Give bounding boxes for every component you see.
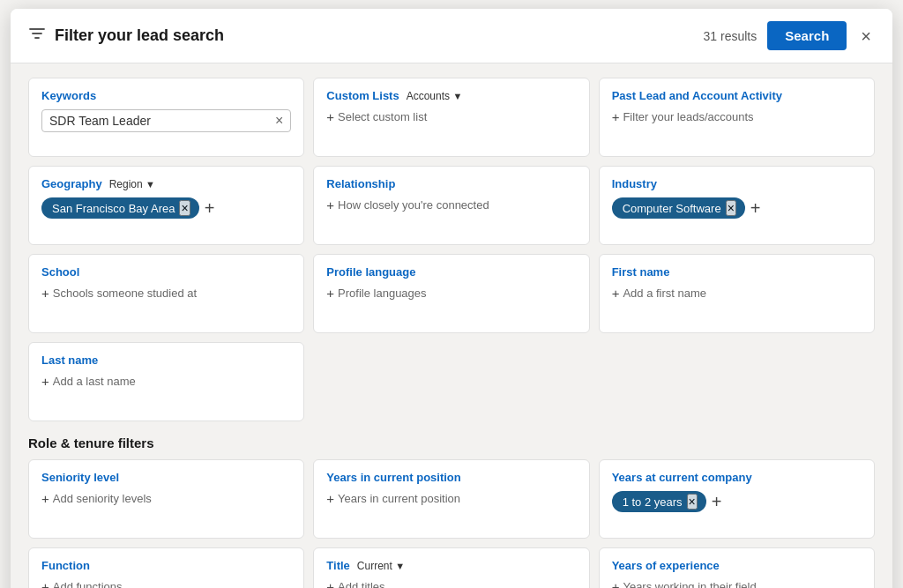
close-button[interactable]: × bbox=[857, 24, 875, 48]
modal-title: Filter your lead search bbox=[55, 26, 224, 45]
filter-modal: Filter your lead search 31 results Searc… bbox=[11, 9, 892, 588]
modal-header: Filter your lead search 31 results Searc… bbox=[11, 9, 892, 63]
function-placeholder[interactable]: + Add functions bbox=[41, 579, 123, 588]
relationship-label: Relationship bbox=[326, 177, 576, 190]
top-filter-grid: Keywords × Custom Lists Accounts ▼ + bbox=[28, 78, 875, 421]
profile-language-label: Profile language bbox=[326, 265, 576, 279]
header-left: Filter your lead search bbox=[28, 25, 224, 47]
past-lead-placeholder[interactable]: + Filter your leads/accounts bbox=[612, 109, 754, 124]
past-lead-card: Past Lead and Account Activity + Filter … bbox=[599, 78, 875, 157]
geography-dropdown[interactable]: Region ▼ bbox=[109, 178, 155, 190]
modal-body: Keywords × Custom Lists Accounts ▼ + bbox=[11, 63, 892, 588]
years-experience-label: Years of experience bbox=[612, 559, 862, 572]
title-placeholder[interactable]: + Add titles bbox=[326, 579, 384, 588]
header-right: 31 results Search × bbox=[704, 21, 875, 50]
school-card: School + Schools someone studied at bbox=[28, 254, 304, 333]
last-name-plus-icon: + bbox=[41, 374, 49, 389]
title-card: Title Current ▼ + Add titles bbox=[313, 547, 589, 588]
custom-lists-label: Custom Lists Accounts ▼ bbox=[326, 89, 576, 102]
geography-tag: San Francisco Bay Area × bbox=[41, 197, 199, 219]
title-content: + Add titles bbox=[326, 579, 576, 588]
function-content: + Add functions bbox=[41, 579, 291, 588]
years-current-position-label: Years in current position bbox=[326, 471, 576, 484]
title-label: Title Current ▼ bbox=[326, 559, 576, 572]
profile-language-plus-icon: + bbox=[326, 286, 334, 301]
function-card: Function + Add functions bbox=[28, 547, 304, 588]
years-experience-content: + Years working in their field bbox=[612, 579, 862, 588]
years-current-position-plus-icon: + bbox=[326, 491, 334, 506]
last-name-content: + Add a last name bbox=[41, 374, 291, 389]
results-count: 31 results bbox=[704, 29, 757, 43]
title-arrow-icon: ▼ bbox=[395, 561, 405, 571]
relationship-plus-icon: + bbox=[326, 197, 334, 212]
custom-lists-content: + Select custom list bbox=[326, 109, 576, 124]
seniority-level-plus-icon: + bbox=[41, 491, 49, 506]
custom-lists-dropdown[interactable]: Accounts ▼ bbox=[407, 90, 463, 102]
years-experience-card: Years of experience + Years working in t… bbox=[599, 547, 875, 588]
profile-language-content: + Profile languages bbox=[326, 286, 576, 301]
seniority-level-placeholder[interactable]: + Add seniority levels bbox=[41, 491, 152, 506]
keywords-label: Keywords bbox=[41, 89, 291, 102]
geography-content: San Francisco Bay Area × + bbox=[41, 197, 291, 219]
last-name-placeholder[interactable]: + Add a last name bbox=[41, 374, 136, 389]
years-current-company-add-icon[interactable]: + bbox=[712, 493, 722, 510]
school-content: + Schools someone studied at bbox=[41, 286, 291, 301]
first-name-plus-icon: + bbox=[612, 286, 620, 301]
geography-tag-remove[interactable]: × bbox=[179, 200, 190, 216]
accounts-arrow-icon: ▼ bbox=[452, 91, 462, 101]
filter-icon bbox=[28, 25, 46, 47]
seniority-level-content: + Add seniority levels bbox=[41, 491, 291, 506]
years-current-company-content: 1 to 2 years × + bbox=[612, 491, 862, 512]
industry-card: Industry Computer Software × + bbox=[599, 166, 875, 245]
function-plus-icon: + bbox=[41, 579, 49, 588]
first-name-label: First name bbox=[612, 265, 862, 279]
years-experience-plus-icon: + bbox=[612, 579, 620, 588]
role-tenure-grid: Seniority level + Add seniority levels Y… bbox=[28, 459, 875, 588]
search-button[interactable]: Search bbox=[767, 21, 847, 50]
years-current-company-label: Years at current company bbox=[612, 471, 862, 484]
years-current-company-tag: 1 to 2 years × bbox=[612, 491, 706, 512]
years-current-position-placeholder[interactable]: + Years in current position bbox=[326, 491, 460, 506]
first-name-card: First name + Add a first name bbox=[599, 254, 875, 333]
years-current-company-card: Years at current company 1 to 2 years × … bbox=[599, 459, 875, 539]
school-plus-icon: + bbox=[41, 286, 49, 301]
title-dropdown[interactable]: Current ▼ bbox=[357, 560, 405, 572]
relationship-placeholder[interactable]: + How closely you're connected bbox=[326, 197, 489, 212]
role-tenure-title: Role & tenure filters bbox=[28, 435, 875, 450]
geography-card: Geography Region ▼ San Francisco Bay Are… bbox=[28, 166, 304, 245]
custom-lists-card: Custom Lists Accounts ▼ + Select custom … bbox=[313, 78, 589, 157]
geography-add-icon[interactable]: + bbox=[205, 199, 215, 217]
years-current-company-tag-remove[interactable]: × bbox=[687, 494, 698, 510]
last-name-label: Last name bbox=[41, 354, 291, 367]
years-current-position-card: Years in current position + Years in cur… bbox=[313, 459, 589, 539]
years-current-position-content: + Years in current position bbox=[326, 491, 576, 506]
keywords-input-wrapper[interactable]: × bbox=[41, 109, 291, 132]
keywords-input[interactable] bbox=[49, 114, 275, 128]
industry-add-icon[interactable]: + bbox=[750, 199, 761, 217]
function-label: Function bbox=[41, 559, 291, 572]
industry-tag: Computer Software × bbox=[612, 197, 745, 219]
title-plus-icon: + bbox=[326, 579, 334, 588]
custom-lists-plus-icon: + bbox=[326, 109, 334, 124]
custom-lists-placeholder[interactable]: + Select custom list bbox=[326, 109, 427, 124]
last-name-card: Last name + Add a last name bbox=[28, 342, 304, 421]
past-lead-plus-icon: + bbox=[612, 109, 620, 124]
profile-language-card: Profile language + Profile languages bbox=[313, 254, 589, 333]
geography-label: Geography Region ▼ bbox=[41, 177, 291, 190]
industry-tag-remove[interactable]: × bbox=[726, 200, 736, 216]
first-name-content: + Add a first name bbox=[612, 286, 862, 301]
relationship-card: Relationship + How closely you're connec… bbox=[313, 166, 589, 245]
years-experience-placeholder[interactable]: + Years working in their field bbox=[612, 579, 757, 588]
seniority-level-label: Seniority level bbox=[41, 471, 291, 484]
keywords-clear-button[interactable]: × bbox=[275, 114, 283, 128]
region-arrow-icon: ▼ bbox=[146, 179, 155, 190]
school-placeholder[interactable]: + Schools someone studied at bbox=[41, 286, 197, 301]
profile-language-placeholder[interactable]: + Profile languages bbox=[326, 286, 426, 301]
seniority-level-card: Seniority level + Add seniority levels bbox=[28, 459, 304, 539]
past-lead-content: + Filter your leads/accounts bbox=[612, 109, 862, 124]
past-lead-label: Past Lead and Account Activity bbox=[612, 89, 862, 102]
industry-content: Computer Software × + bbox=[612, 197, 862, 219]
relationship-content: + How closely you're connected bbox=[326, 197, 576, 212]
keywords-card: Keywords × bbox=[28, 78, 304, 157]
first-name-placeholder[interactable]: + Add a first name bbox=[612, 286, 706, 301]
